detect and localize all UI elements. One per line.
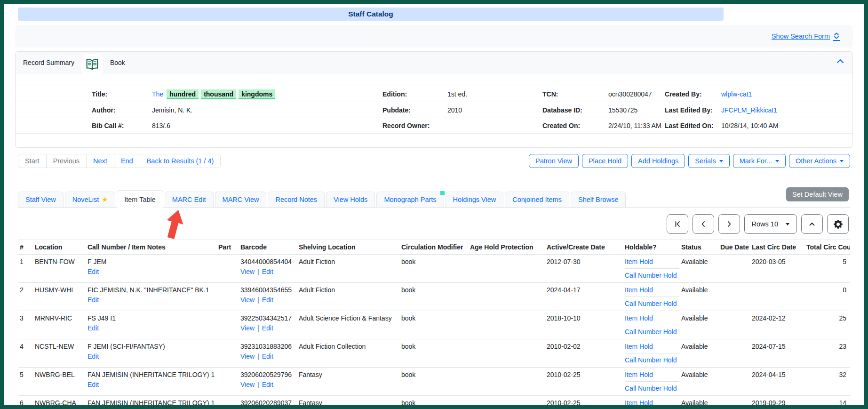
item-hold-link[interactable]: Item Hold	[625, 370, 679, 382]
item-due-date	[718, 311, 750, 339]
record-format-label: Book	[110, 59, 125, 66]
call-number-text: F JEM	[88, 257, 215, 266]
previous-page-button[interactable]	[693, 214, 714, 234]
tab-label: Record Notes	[275, 196, 317, 203]
tab-staff-view[interactable]: Staff View	[18, 192, 64, 207]
call-number-text: FIC JEMISIN, N.K. "INHERITANCE" BK.1	[88, 286, 215, 294]
collapse-summary-button[interactable]	[836, 58, 844, 65]
button-label: Mark For...	[740, 157, 772, 165]
call-number-hold-link[interactable]: Call Number Hold	[625, 356, 677, 364]
item-holdable: Item HoldCall Number Hold	[623, 255, 679, 283]
tab-shelf-browse[interactable]: Shelf Browse	[571, 192, 626, 207]
item-hold-link[interactable]: Item Hold	[625, 342, 679, 353]
column-header-active-create-date: Active/Create Date	[545, 240, 623, 255]
button-label: Other Actions	[796, 157, 836, 165]
item-hold-link[interactable]: Item Hold	[625, 314, 679, 325]
action-other-actions[interactable]: Other Actions	[789, 154, 850, 168]
barcode-text: 39206020529796	[240, 370, 295, 379]
tab-record-notes[interactable]: Record Notes	[268, 192, 325, 207]
item-last-circ-date	[750, 283, 804, 311]
tab-view-holds[interactable]: View Holds	[326, 192, 375, 207]
field-value[interactable]: JFCPLM_Rikkicat1	[721, 106, 777, 114]
call-number-hold-link[interactable]: Call Number Hold	[625, 328, 677, 336]
item-active-create-date: 2010-02-02	[545, 339, 623, 368]
item-hold-link[interactable]: Item Hold	[625, 257, 679, 269]
record-nav-start[interactable]: Start	[18, 154, 47, 168]
record-nav-back-to-results-1-4[interactable]: Back to Results (1 / 4)	[140, 154, 221, 168]
call-number-text: FAN JEMISIN (INHERITANCE TRILOGY) 1	[88, 370, 215, 379]
tab-conjoined-items[interactable]: Conjoined Items	[505, 192, 569, 207]
record-nav-row: StartPreviousNextEndBack to Results (1 /…	[18, 154, 850, 168]
record-nav-next[interactable]: Next	[86, 154, 114, 168]
record-summary-card: Record Summary Book Title:Thehundredthou…	[15, 51, 853, 148]
item-shelving-location: Adult Fiction	[297, 255, 399, 283]
record-nav-end[interactable]: End	[114, 154, 140, 168]
tab-holdings-view[interactable]: Holdings View	[446, 192, 504, 207]
item-view-link[interactable]: View	[240, 353, 255, 360]
item-table-header-row: #LocationCall Number / Item NotesPartBar…	[18, 240, 850, 255]
search-term-highlight: kingdoms	[239, 89, 275, 99]
tab-novelist[interactable]: NoveList★	[65, 192, 115, 207]
set-default-view-button[interactable]: Set Default View	[786, 187, 849, 201]
field-value[interactable]: wlplw-cat1	[721, 90, 752, 98]
action-serials[interactable]: Serials	[688, 154, 729, 168]
call-number-edit-link[interactable]: Edit	[88, 296, 99, 304]
column-header-status: Status	[679, 240, 718, 255]
action-place-hold[interactable]: Place Hold	[582, 154, 628, 168]
item-edit-link[interactable]: Edit	[262, 353, 273, 360]
item-edit-link[interactable]: Edit	[262, 296, 273, 304]
item-hold-link[interactable]: Item Hold	[625, 286, 679, 297]
item-call-number: F JEMI (SCI-FI/FANTASY)Edit	[86, 339, 216, 368]
first-page-button[interactable]	[667, 214, 688, 234]
item-barcode: 39206020289037View|Edit	[239, 396, 297, 409]
item-location: BENTN-FOW	[33, 255, 86, 283]
item-view-link[interactable]: View	[240, 381, 255, 388]
item-edit-link[interactable]: Edit	[262, 381, 273, 388]
next-page-button[interactable]	[718, 214, 740, 234]
barcode-links: View|Edit	[240, 380, 295, 389]
call-number-hold-link[interactable]: Call Number Hold	[625, 271, 677, 280]
item-due-date	[718, 255, 750, 283]
tab-label: Staff View	[25, 196, 56, 203]
tab-label: View Holds	[334, 196, 367, 203]
action-patron-view[interactable]: Patron View	[529, 154, 579, 168]
call-number-hold-link[interactable]: Call Number Hold	[625, 299, 677, 308]
column-header-call-number-item-notes: Call Number / Item Notes	[86, 240, 216, 255]
tab-monograph-parts[interactable]: Monograph Parts	[376, 192, 444, 207]
call-number-edit-link[interactable]: Edit	[88, 353, 99, 360]
grid-settings-button[interactable]	[827, 214, 849, 234]
item-active-create-date: 2012-07-30	[545, 255, 623, 283]
item-total-circ-count: 14	[804, 396, 850, 409]
show-search-form-link[interactable]: Show Search Form	[772, 32, 840, 41]
item-shelving-location: Fantasy	[297, 396, 399, 409]
rows-count-select[interactable]: Rows 10	[744, 214, 797, 234]
action-add-holdings[interactable]: Add Holdings	[631, 154, 685, 168]
call-number-edit-link[interactable]: Edit	[88, 324, 99, 332]
item-hold-link[interactable]: Item Hold	[625, 399, 679, 409]
item-holdable: Item HoldCall Number Hold	[623, 396, 679, 409]
item-view-link[interactable]: View	[240, 324, 255, 332]
item-circ-modifier: book	[399, 311, 468, 339]
call-number-edit-link[interactable]: Edit	[88, 268, 99, 275]
chevron-right-icon	[725, 220, 733, 228]
tab-marc-edit[interactable]: MARC Edit	[165, 192, 214, 207]
item-view-link[interactable]: View	[240, 296, 255, 304]
item-shelving-location: Fantasy	[297, 368, 399, 396]
item-barcode: 34044000854404View|Edit	[239, 255, 297, 283]
item-edit-link[interactable]: Edit	[262, 268, 273, 275]
item-last-circ-date: 2019-09-29	[750, 396, 804, 409]
item-row: 4NCSTL-NEWF JEMI (SCI-FI/FANTASY)Edit392…	[18, 339, 850, 368]
collapse-grid-button[interactable]	[801, 214, 823, 234]
tab-item-table[interactable]: Item Table	[117, 190, 163, 208]
record-nav-previous[interactable]: Previous	[46, 154, 87, 168]
action-mark-for[interactable]: Mark For...	[733, 154, 786, 168]
call-number-edit-link[interactable]: Edit	[88, 381, 99, 388]
call-number-hold-link[interactable]: Call Number Hold	[625, 384, 677, 393]
item-view-link[interactable]: View	[240, 268, 255, 275]
tab-marc-view[interactable]: MARC View	[215, 192, 267, 207]
item-status: Available	[679, 339, 718, 368]
title-link[interactable]: The	[152, 90, 163, 98]
item-barcode: 33946004354655View|Edit	[239, 283, 297, 311]
item-number: 1	[18, 255, 33, 283]
item-edit-link[interactable]: Edit	[262, 324, 273, 332]
